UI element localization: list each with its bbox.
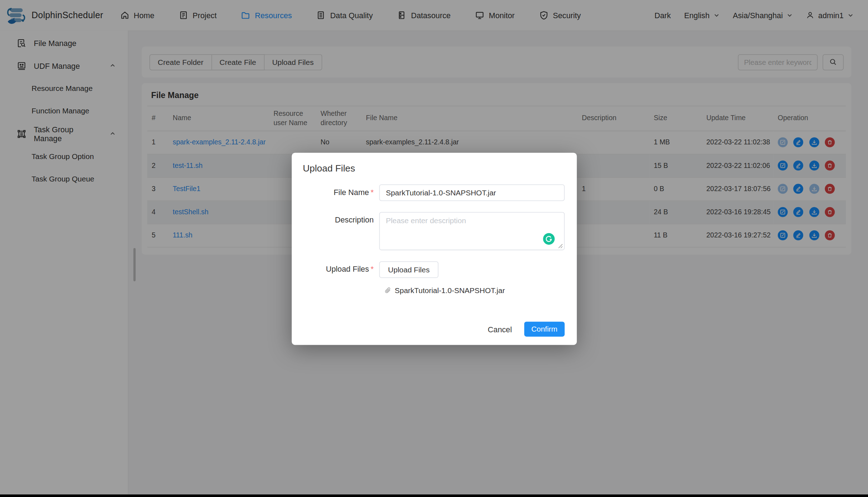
upload-files-picker-button[interactable]: Upload Files xyxy=(379,261,438,278)
dialog-footer: Cancel Confirm xyxy=(488,322,565,337)
app-root: DolphinScheduler Home Project Resources xyxy=(0,0,868,497)
resize-handle-icon[interactable] xyxy=(558,241,563,251)
required-asterisk: * xyxy=(371,265,374,273)
file-name-input[interactable] xyxy=(379,184,565,201)
dialog-title: Upload Files xyxy=(303,163,355,174)
description-textarea[interactable] xyxy=(379,212,565,250)
description-row: Description xyxy=(292,212,565,252)
upload-files-dialog: Upload Files File Name* Description Uplo… xyxy=(292,153,577,345)
grammarly-icon[interactable] xyxy=(543,233,555,245)
description-label: Description xyxy=(335,215,374,224)
upload-files-label: Upload Files xyxy=(326,265,369,273)
screen-bottom-edge xyxy=(0,495,868,497)
required-asterisk: * xyxy=(371,188,374,196)
file-name-label: File Name xyxy=(334,188,369,196)
upload-files-row: Upload Files* Upload Files xyxy=(292,261,565,278)
attachment-item[interactable]: SparkTutorial-1.0-SNAPSHOT.jar xyxy=(384,286,505,294)
cancel-button[interactable]: Cancel xyxy=(488,325,512,334)
confirm-button[interactable]: Confirm xyxy=(524,322,565,337)
paperclip-icon xyxy=(384,287,391,294)
file-name-row: File Name* xyxy=(292,184,565,201)
attachment-name: SparkTutorial-1.0-SNAPSHOT.jar xyxy=(395,286,505,294)
